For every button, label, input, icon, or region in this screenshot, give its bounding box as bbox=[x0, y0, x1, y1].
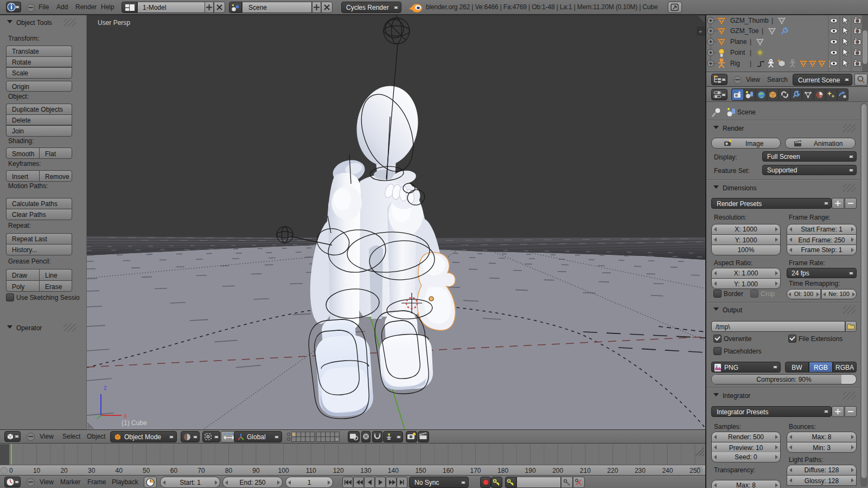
svg-text:20: 20 bbox=[60, 467, 68, 474]
svg-text:50: 50 bbox=[143, 467, 150, 474]
svg-text:GZM_Toe: GZM_Toe bbox=[730, 27, 759, 35]
svg-text:Rig: Rig bbox=[730, 60, 740, 67]
svg-text:120: 120 bbox=[333, 467, 344, 474]
svg-text:190: 190 bbox=[525, 467, 536, 474]
svg-text:100: 100 bbox=[278, 467, 289, 474]
svg-text:210: 210 bbox=[580, 467, 591, 474]
svg-text:90: 90 bbox=[252, 467, 260, 474]
svg-text:|: | bbox=[750, 49, 751, 56]
svg-text:140: 140 bbox=[388, 467, 399, 474]
svg-text:60: 60 bbox=[170, 467, 178, 474]
svg-text:Plane: Plane bbox=[730, 38, 747, 46]
svg-text:]: ] bbox=[828, 60, 830, 67]
svg-text:200: 200 bbox=[552, 467, 563, 474]
svg-text:(1) Cube: (1) Cube bbox=[122, 419, 147, 427]
svg-text:150: 150 bbox=[415, 467, 426, 474]
svg-text:230: 230 bbox=[635, 467, 646, 474]
svg-text:160: 160 bbox=[443, 467, 454, 474]
svg-text:+: + bbox=[699, 28, 702, 35]
svg-text:40: 40 bbox=[116, 467, 123, 474]
svg-text:110: 110 bbox=[306, 467, 316, 474]
svg-text:0: 0 bbox=[9, 467, 13, 474]
svg-text:Point: Point bbox=[730, 49, 745, 56]
svg-text:GZM_Thumb: GZM_Thumb bbox=[730, 17, 769, 24]
svg-text:|: | bbox=[750, 38, 751, 46]
svg-text:220: 220 bbox=[607, 467, 618, 474]
svg-text:80: 80 bbox=[225, 467, 233, 474]
svg-text:10: 10 bbox=[33, 467, 41, 474]
svg-text:30: 30 bbox=[88, 467, 95, 474]
svg-text:70: 70 bbox=[197, 467, 205, 474]
svg-text:x: x bbox=[124, 412, 127, 420]
svg-text:130: 130 bbox=[360, 467, 371, 474]
svg-text:|: | bbox=[771, 17, 773, 24]
svg-text:User Persp: User Persp bbox=[98, 19, 130, 27]
svg-text:180: 180 bbox=[497, 467, 508, 474]
svg-text:250: 250 bbox=[690, 467, 700, 474]
svg-text:|: | bbox=[762, 27, 763, 35]
svg-text:170: 170 bbox=[470, 467, 481, 474]
svg-text:|: | bbox=[750, 60, 751, 67]
svg-text:240: 240 bbox=[662, 467, 673, 474]
svg-text:z: z bbox=[104, 384, 107, 391]
